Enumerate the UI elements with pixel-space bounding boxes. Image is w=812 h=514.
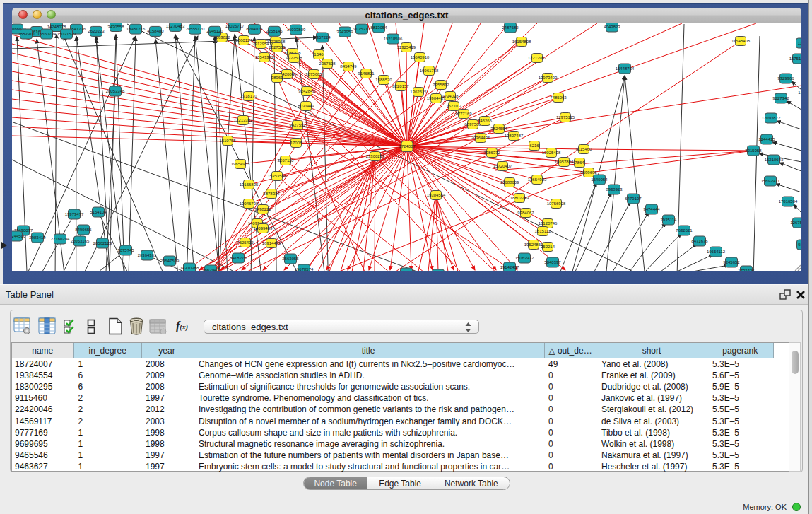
svg-text:9734028: 9734028 [442, 94, 459, 98]
svg-text:2983419: 2983419 [29, 235, 46, 240]
svg-text:252214: 252214 [541, 245, 555, 249]
svg-text:5840397: 5840397 [544, 260, 561, 264]
svg-text:9227342: 9227342 [772, 96, 789, 100]
svg-text:7632621: 7632621 [676, 228, 693, 233]
svg-text:17016504: 17016504 [779, 199, 798, 204]
svg-text:8031449: 8031449 [298, 104, 314, 108]
svg-text:8490656: 8490656 [75, 228, 92, 232]
svg-text:18026717: 18026717 [225, 24, 245, 28]
svg-text:3824554: 3824554 [490, 127, 507, 131]
svg-text:3075745: 3075745 [117, 248, 134, 252]
svg-text:10543362: 10543362 [255, 55, 274, 59]
svg-text:16210 2: 16210 2 [446, 104, 461, 108]
svg-text:9427552: 9427552 [289, 123, 306, 127]
svg-text:2258145: 2258145 [266, 29, 283, 33]
svg-text:5154104: 5154104 [90, 210, 107, 214]
svg-text:12093872: 12093872 [762, 116, 781, 120]
svg-text:22160294: 22160294 [51, 237, 70, 241]
svg-text:8471676: 8471676 [691, 239, 708, 243]
svg-text:9146821: 9146821 [358, 71, 375, 76]
svg-text:15692971: 15692971 [761, 179, 780, 183]
svg-text:1724007: 1724007 [399, 144, 416, 148]
svg-text:9777169: 9777169 [455, 112, 472, 116]
svg-text:1733426: 1733426 [738, 269, 755, 271]
svg-text:2718170: 2718170 [240, 94, 257, 98]
svg-text:15063972: 15063972 [515, 256, 534, 260]
svg-text:16154808: 16154808 [512, 40, 531, 44]
svg-text:20364436: 20364436 [471, 136, 490, 140]
svg-text:20562129: 20562129 [93, 241, 112, 245]
svg-text:8660124: 8660124 [235, 38, 252, 42]
svg-text:20647509: 20647509 [160, 259, 180, 263]
svg-text:3430558: 3430558 [107, 25, 124, 29]
svg-text:11548408: 11548408 [731, 39, 751, 43]
svg-text:7625402: 7625402 [237, 240, 254, 245]
svg-text:2620223: 2620223 [88, 29, 105, 33]
svg-text:10046798: 10046798 [240, 201, 259, 206]
svg-text:9242845: 9242845 [298, 89, 315, 93]
svg-text:19142407: 19142407 [500, 265, 519, 269]
svg-text:15244500: 15244500 [12, 234, 26, 238]
svg-text:16033809: 16033809 [287, 28, 306, 32]
svg-text:9384067: 9384067 [517, 211, 534, 215]
svg-text:7485063: 7485063 [550, 95, 567, 100]
svg-text:8220157: 8220157 [392, 84, 409, 88]
svg-text:1362615: 1362615 [410, 90, 427, 94]
svg-text:3498222: 3498222 [254, 207, 271, 211]
svg-text:2663941: 2663941 [202, 268, 219, 271]
svg-text:9245652: 9245652 [723, 260, 740, 264]
svg-text:22053165: 22053165 [71, 239, 90, 243]
svg-text:19973477: 19973477 [65, 212, 84, 216]
svg-text:19654955: 19654955 [231, 162, 250, 166]
svg-text:16448764: 16448764 [616, 66, 635, 71]
svg-text:8204075: 8204075 [246, 27, 263, 31]
svg-text:7955812: 7955812 [433, 83, 449, 87]
svg-text:12975115: 12975115 [556, 115, 575, 119]
svg-text:8813054: 8813054 [370, 25, 387, 30]
svg-text:10807487: 10807487 [505, 134, 524, 138]
svg-text:10756928: 10756928 [547, 201, 566, 206]
svg-text:12213382: 12213382 [234, 118, 253, 122]
svg-text:1112: 1112 [798, 41, 801, 45]
svg-text:1244415: 1244415 [758, 137, 775, 141]
svg-text:14957864: 14957864 [555, 160, 574, 164]
svg-text:16961758: 16961758 [420, 69, 439, 73]
svg-text:5878334: 5878334 [263, 192, 280, 196]
svg-text:18981216: 18981216 [126, 27, 146, 31]
svg-text:10025438: 10025438 [542, 151, 561, 155]
svg-text:3343959: 3343959 [336, 30, 353, 34]
svg-text:6479197: 6479197 [625, 197, 642, 201]
svg-text:19218506: 19218506 [384, 37, 403, 41]
svg-text:18807249: 18807249 [510, 196, 529, 200]
svg-text:20364361: 20364361 [138, 253, 157, 257]
svg-text:2367608: 2367608 [319, 62, 336, 66]
svg-text:7986372: 7986372 [483, 151, 500, 155]
svg-text:15353594: 15353594 [268, 174, 287, 178]
svg-text:6216: 6216 [529, 144, 539, 148]
svg-text:2827509: 2827509 [269, 45, 286, 49]
svg-text:2946120: 2946120 [206, 29, 223, 33]
svg-text:4043823: 4043823 [604, 25, 620, 29]
svg-text:16120746: 16120746 [539, 221, 558, 226]
svg-text:12213967: 12213967 [528, 56, 547, 60]
svg-text:23300273: 23300273 [366, 154, 385, 158]
svg-text:7864: 7864 [575, 160, 584, 165]
svg-text:4158480: 4158480 [147, 29, 164, 33]
svg-text:9699695: 9699695 [580, 170, 597, 175]
svg-text:17006: 17006 [290, 141, 302, 145]
svg-text:15031529: 15031529 [57, 32, 76, 36]
svg-text:5468605: 5468605 [398, 271, 415, 271]
svg-text:9115460: 9115460 [576, 147, 593, 151]
svg-text:1615112: 1615112 [535, 229, 552, 233]
svg-text:8454749: 8454749 [340, 64, 357, 69]
svg-text:11325419: 11325419 [397, 45, 416, 49]
svg-text:2487682: 2487682 [502, 25, 519, 30]
svg-text:1546: 1546 [314, 52, 324, 57]
svg-text:8215958: 8215958 [745, 148, 762, 153]
svg-text:3267110: 3267110 [278, 158, 295, 163]
svg-text:1640954: 1640954 [591, 177, 608, 182]
svg-text:1588520: 1588520 [375, 78, 392, 82]
svg-text:16210643: 16210643 [765, 158, 784, 162]
svg-text:10688609: 10688609 [500, 180, 519, 185]
svg-text:15751074: 15751074 [789, 57, 801, 61]
